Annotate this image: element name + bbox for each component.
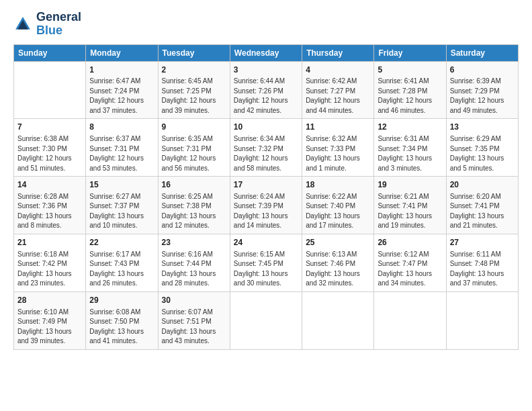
week-row-3: 14Sunrise: 6:28 AM Sunset: 7:36 PM Dayli… [14,177,519,234]
calendar-cell: 28Sunrise: 6:10 AM Sunset: 7:49 PM Dayli… [14,291,86,349]
day-number: 23 [162,237,226,248]
cell-content: Sunrise: 6:38 AM Sunset: 7:30 PM Dayligh… [17,134,82,173]
calendar-cell: 9Sunrise: 6:35 AM Sunset: 7:31 PM Daylig… [158,119,230,177]
week-row-4: 21Sunrise: 6:18 AM Sunset: 7:42 PM Dayli… [14,234,519,291]
day-header-saturday: Saturday [446,44,518,61]
day-number: 9 [162,122,226,133]
day-number: 29 [89,295,154,306]
cell-content: Sunrise: 6:41 AM Sunset: 7:28 PM Dayligh… [378,77,442,116]
header: General Blue [13,11,519,38]
cell-content: Sunrise: 6:29 AM Sunset: 7:35 PM Dayligh… [450,134,515,173]
calendar-cell [374,291,446,349]
cell-content: Sunrise: 6:32 AM Sunset: 7:33 PM Dayligh… [306,134,370,173]
cell-content: Sunrise: 6:10 AM Sunset: 7:49 PM Dayligh… [17,308,82,347]
day-header-thursday: Thursday [302,44,374,61]
day-number: 25 [306,237,370,248]
calendar-cell: 16Sunrise: 6:25 AM Sunset: 7:38 PM Dayli… [158,177,230,234]
day-number: 21 [17,237,82,248]
calendar-cell: 17Sunrise: 6:24 AM Sunset: 7:39 PM Dayli… [230,177,302,234]
calendar-cell: 18Sunrise: 6:22 AM Sunset: 7:40 PM Dayli… [302,177,374,234]
calendar-cell: 10Sunrise: 6:34 AM Sunset: 7:32 PM Dayli… [230,119,302,177]
day-header-wednesday: Wednesday [230,44,302,61]
cell-content: Sunrise: 6:20 AM Sunset: 7:41 PM Dayligh… [450,192,515,231]
day-number: 13 [450,122,515,133]
day-number: 2 [162,64,226,76]
calendar-cell: 23Sunrise: 6:16 AM Sunset: 7:44 PM Dayli… [158,234,230,291]
day-number: 11 [306,122,370,133]
cell-content: Sunrise: 6:35 AM Sunset: 7:31 PM Dayligh… [162,134,226,173]
day-number: 14 [17,179,82,191]
cell-content: Sunrise: 6:44 AM Sunset: 7:26 PM Dayligh… [234,77,298,116]
calendar-cell: 4Sunrise: 6:42 AM Sunset: 7:27 PM Daylig… [302,61,374,119]
cell-content: Sunrise: 6:45 AM Sunset: 7:25 PM Dayligh… [162,77,226,116]
calendar-cell: 24Sunrise: 6:15 AM Sunset: 7:45 PM Dayli… [230,234,302,291]
calendar-cell: 7Sunrise: 6:38 AM Sunset: 7:30 PM Daylig… [14,119,86,177]
cell-content: Sunrise: 6:21 AM Sunset: 7:41 PM Dayligh… [378,192,442,231]
day-number: 10 [234,122,298,133]
day-number: 7 [17,122,82,133]
calendar-cell: 1Sunrise: 6:47 AM Sunset: 7:24 PM Daylig… [86,61,158,119]
calendar-cell: 29Sunrise: 6:08 AM Sunset: 7:50 PM Dayli… [86,291,158,349]
day-number: 1 [89,64,154,76]
calendar-cell: 19Sunrise: 6:21 AM Sunset: 7:41 PM Dayli… [374,177,446,234]
day-number: 17 [234,179,298,191]
cell-content: Sunrise: 6:25 AM Sunset: 7:38 PM Dayligh… [162,192,226,231]
day-number: 18 [306,179,370,191]
day-number: 27 [450,237,515,248]
cell-content: Sunrise: 6:15 AM Sunset: 7:45 PM Dayligh… [234,250,298,289]
calendar-cell [230,291,302,349]
calendar-cell: 30Sunrise: 6:07 AM Sunset: 7:51 PM Dayli… [158,291,230,349]
day-header-sunday: Sunday [14,44,86,61]
cell-content: Sunrise: 6:17 AM Sunset: 7:43 PM Dayligh… [89,250,154,289]
calendar-cell: 2Sunrise: 6:45 AM Sunset: 7:25 PM Daylig… [158,61,230,119]
calendar-cell: 8Sunrise: 6:37 AM Sunset: 7:31 PM Daylig… [86,119,158,177]
day-header-friday: Friday [374,44,446,61]
calendar-cell: 26Sunrise: 6:12 AM Sunset: 7:47 PM Dayli… [374,234,446,291]
logo-icon [13,15,32,34]
day-number: 8 [89,122,154,133]
day-number: 30 [162,295,226,306]
calendar-cell: 3Sunrise: 6:44 AM Sunset: 7:26 PM Daylig… [230,61,302,119]
cell-content: Sunrise: 6:24 AM Sunset: 7:39 PM Dayligh… [234,192,298,231]
logo: General Blue [13,11,81,38]
cell-content: Sunrise: 6:27 AM Sunset: 7:37 PM Dayligh… [89,192,154,231]
day-header-monday: Monday [86,44,158,61]
calendar-cell: 22Sunrise: 6:17 AM Sunset: 7:43 PM Dayli… [86,234,158,291]
day-number: 20 [450,179,515,191]
calendar-cell: 11Sunrise: 6:32 AM Sunset: 7:33 PM Dayli… [302,119,374,177]
cell-content: Sunrise: 6:47 AM Sunset: 7:24 PM Dayligh… [89,77,154,116]
day-number: 5 [378,64,442,76]
calendar-cell: 12Sunrise: 6:31 AM Sunset: 7:34 PM Dayli… [374,119,446,177]
calendar-cell: 14Sunrise: 6:28 AM Sunset: 7:36 PM Dayli… [14,177,86,234]
cell-content: Sunrise: 6:11 AM Sunset: 7:48 PM Dayligh… [450,250,515,289]
day-number: 24 [234,237,298,248]
week-row-5: 28Sunrise: 6:10 AM Sunset: 7:49 PM Dayli… [14,291,519,349]
calendar-cell [14,61,86,119]
cell-content: Sunrise: 6:22 AM Sunset: 7:40 PM Dayligh… [306,192,370,231]
calendar-cell: 6Sunrise: 6:39 AM Sunset: 7:29 PM Daylig… [446,61,518,119]
day-number: 15 [89,179,154,191]
day-header-tuesday: Tuesday [158,44,230,61]
cell-content: Sunrise: 6:13 AM Sunset: 7:46 PM Dayligh… [306,250,370,289]
calendar-cell: 15Sunrise: 6:27 AM Sunset: 7:37 PM Dayli… [86,177,158,234]
day-number: 4 [306,64,370,76]
cell-content: Sunrise: 6:42 AM Sunset: 7:27 PM Dayligh… [306,77,370,116]
header-row: SundayMondayTuesdayWednesdayThursdayFrid… [14,44,519,61]
calendar-cell: 13Sunrise: 6:29 AM Sunset: 7:35 PM Dayli… [446,119,518,177]
cell-content: Sunrise: 6:31 AM Sunset: 7:34 PM Dayligh… [378,134,442,173]
cell-content: Sunrise: 6:28 AM Sunset: 7:36 PM Dayligh… [17,192,82,231]
day-number: 12 [378,122,442,133]
calendar-cell [302,291,374,349]
day-number: 26 [378,237,442,248]
day-number: 6 [450,64,515,76]
calendar-cell: 5Sunrise: 6:41 AM Sunset: 7:28 PM Daylig… [374,61,446,119]
day-number: 16 [162,179,226,191]
cell-content: Sunrise: 6:34 AM Sunset: 7:32 PM Dayligh… [234,134,298,173]
day-number: 22 [89,237,154,248]
cell-content: Sunrise: 6:18 AM Sunset: 7:42 PM Dayligh… [17,250,82,289]
week-row-1: 1Sunrise: 6:47 AM Sunset: 7:24 PM Daylig… [14,61,519,119]
page: General Blue SundayMondayTuesdayWednesda… [0,0,532,411]
cell-content: Sunrise: 6:37 AM Sunset: 7:31 PM Dayligh… [89,134,154,173]
cell-content: Sunrise: 6:39 AM Sunset: 7:29 PM Dayligh… [450,77,515,116]
calendar-cell: 21Sunrise: 6:18 AM Sunset: 7:42 PM Dayli… [14,234,86,291]
